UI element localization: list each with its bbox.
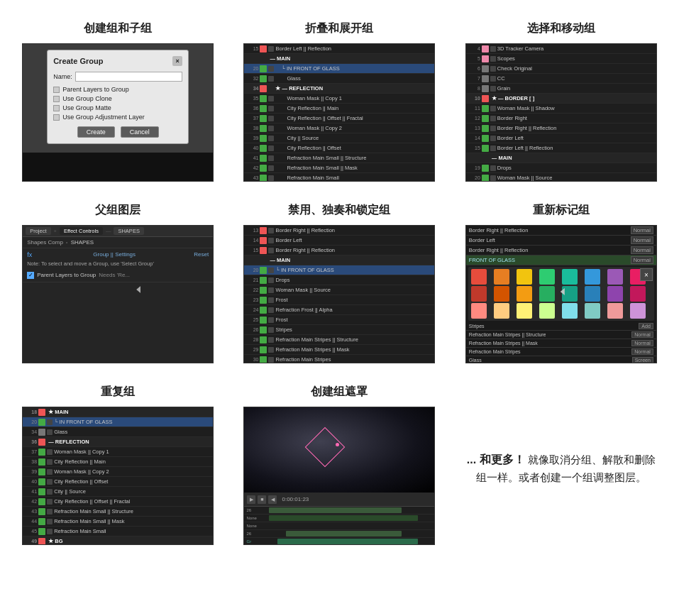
color-swatch[interactable]	[494, 286, 509, 302]
thumbnail-remark: Border Right || ReflectionNormalBorder L…	[465, 225, 657, 363]
checkbox4[interactable]	[53, 114, 60, 121]
color-swatch[interactable]	[539, 269, 555, 285]
reset-label[interactable]: Reset	[194, 251, 209, 258]
cell-create-group: 创建组和子组 Create Group × Name: Parent Layer…	[7, 14, 228, 196]
layer-row: 38Woman Mask || Copy 2	[244, 123, 434, 133]
checkbox3-label: Use Group Matte	[62, 104, 111, 111]
layer-row: 22Woman Mask || Source	[244, 285, 434, 295]
checkbox3[interactable]	[53, 105, 60, 111]
color-swatch[interactable]	[562, 269, 578, 285]
thumbnail-fold-unfold: 15Border Left || Reflection— MAIN20└ IN …	[243, 43, 435, 182]
color-swatch[interactable]	[607, 286, 623, 302]
layer-row: — MAIN	[244, 255, 434, 265]
close-color-picker[interactable]: ×	[640, 268, 653, 281]
cell-title-disable: 禁用、独奏和锁定组	[288, 203, 390, 218]
layer-row: 34Glass	[23, 427, 213, 437]
layer-row: 7CC	[466, 74, 656, 84]
dialog-close-btn[interactable]: ×	[172, 56, 182, 66]
name-label: Name:	[53, 73, 72, 80]
cell-title-fold-unfold: 折叠和展开组	[305, 21, 373, 36]
checkbox2[interactable]	[53, 96, 60, 102]
checkbox1[interactable]	[53, 87, 60, 93]
cell-title-select-move: 选择和移动组	[527, 21, 595, 36]
selection-box	[305, 427, 346, 468]
layer-row: — MAIN	[244, 54, 434, 64]
thumbnail-matte: ▶ ■ ◀ 0:00:01:23 26 None	[243, 407, 435, 545]
color-swatch[interactable]	[539, 303, 555, 319]
color-swatch[interactable]	[539, 286, 555, 302]
layer-row: 43Refraction Main Small	[244, 173, 434, 181]
cell-title-create-group: 创建组和子组	[84, 21, 152, 36]
color-layer-row: Border Right || ReflectionNormal	[466, 226, 656, 236]
color-swatch[interactable]	[517, 286, 532, 302]
prev-btn[interactable]: ◀	[268, 495, 277, 504]
color-swatch[interactable]	[630, 286, 646, 302]
cell-more: ... 和更多！ 就像取消分组、解散和删除组一样。或者创建一个组调整图层。	[451, 378, 672, 559]
stop-btn[interactable]: ■	[258, 495, 266, 504]
thumbnail-create-group: Create Group × Name: Parent Layers to Gr…	[22, 43, 214, 182]
color-swatch[interactable]	[607, 269, 623, 285]
color-swatch[interactable]	[494, 303, 509, 319]
color-swatch[interactable]	[585, 286, 600, 302]
cancel-button[interactable]: Cancel	[121, 126, 159, 138]
cell-title-matte: 创建组遮罩	[311, 385, 368, 400]
layer-row: 18★ MAIN	[23, 407, 213, 417]
color-swatch[interactable]	[517, 303, 532, 319]
layer-row: 14Border Left	[466, 133, 656, 143]
play-btn[interactable]: ▶	[247, 495, 255, 504]
layer-row: 40City Reflection || Offset	[23, 477, 213, 487]
layer-row: 10★ — BORDER [ ]	[466, 94, 656, 104]
fx-tab[interactable]: Effect Controls	[60, 227, 103, 235]
layer-row: 43D Tracker Camera	[466, 44, 656, 54]
layer-row: 40City Reflection || Offset	[244, 143, 434, 153]
layer-row: 8Grain	[466, 84, 656, 94]
color-swatch[interactable]	[630, 303, 646, 319]
cell-disable-solo-lock: 禁用、独奏和锁定组 13Border Right || Reflection14…	[228, 196, 450, 378]
color-swatch[interactable]	[471, 303, 487, 319]
layer-row: 42City Reflection || Offset || Fractal	[23, 497, 213, 507]
color-swatch[interactable]	[585, 269, 600, 285]
timeline-toolbar: ▶ ■ ◀ 0:00:01:23	[244, 493, 434, 507]
color-layer-row: Border LeftNormal	[466, 236, 656, 246]
color-swatch[interactable]	[471, 269, 487, 285]
parent-checkbox-label: Parent Layers to Group	[37, 272, 96, 278]
create-button[interactable]: Create	[77, 126, 115, 138]
blend-mode-row: StripesAdd	[466, 322, 656, 331]
color-swatch[interactable]	[517, 269, 532, 285]
color-swatch[interactable]	[607, 303, 623, 319]
layer-row: 42Refraction Main Small || Mask	[244, 163, 434, 173]
project-tab[interactable]: Project	[26, 227, 50, 235]
layer-row: — MAIN	[466, 153, 656, 163]
layer-row: 15Border Left || Reflection	[466, 143, 656, 153]
blend-mode-row: GlassScreen	[466, 356, 656, 363]
layer-row: 41Refraction Main Small || Structure	[244, 153, 434, 163]
name-input[interactable]	[75, 72, 182, 82]
cell-fold-unfold: 折叠和展开组 15Border Left || Reflection— MAIN…	[228, 14, 450, 196]
parent-checkbox[interactable]: ✓	[27, 272, 34, 279]
cell-title-parent-layer: 父组图层	[95, 203, 140, 218]
smoke-preview	[244, 407, 434, 493]
layer-row: 41City || Source	[23, 487, 213, 497]
layer-row: 36City Reflection || Main	[244, 104, 434, 114]
color-swatch[interactable]	[585, 303, 600, 319]
needs-re-label: Needs 'Re...	[99, 272, 130, 278]
cell-create-matte: 创建组遮罩 ▶ ■ ◀ 0:00:01:23	[228, 378, 450, 559]
layer-row: 20Woman Mask || Source	[466, 173, 656, 181]
blend-mode-row: Refraction Main Stripes || MaskNormal	[466, 339, 656, 348]
blend-mode-row: Refraction Main Stripes || StructureNorm…	[466, 331, 656, 339]
layer-row: 29Refraction Main Stripes || Mask	[244, 345, 434, 355]
color-swatch[interactable]	[471, 286, 487, 302]
color-swatch[interactable]	[494, 269, 509, 285]
cursor-icon	[136, 286, 140, 293]
effect-note: Note: To select and move a Group, use 'S…	[27, 260, 209, 268]
blend-mode-row: Refraction Main StripesNormal	[466, 348, 656, 356]
layer-row: 39Woman Mask || Copy 2	[23, 467, 213, 477]
layer-row: 37City Reflection || Offset || Fractal	[244, 114, 434, 123]
layer-row: 20└ IN FRONT OF GLASS	[244, 265, 434, 275]
layer-row: 32Glass	[244, 74, 434, 84]
effect-name-label: Group || Settings	[93, 251, 136, 258]
layer-row: 15Border Left || Reflection	[244, 44, 434, 54]
layer-row: 38City Reflection || Main	[23, 457, 213, 467]
color-swatch[interactable]	[562, 303, 578, 319]
shapes-tab[interactable]: SHAPES	[114, 227, 143, 235]
